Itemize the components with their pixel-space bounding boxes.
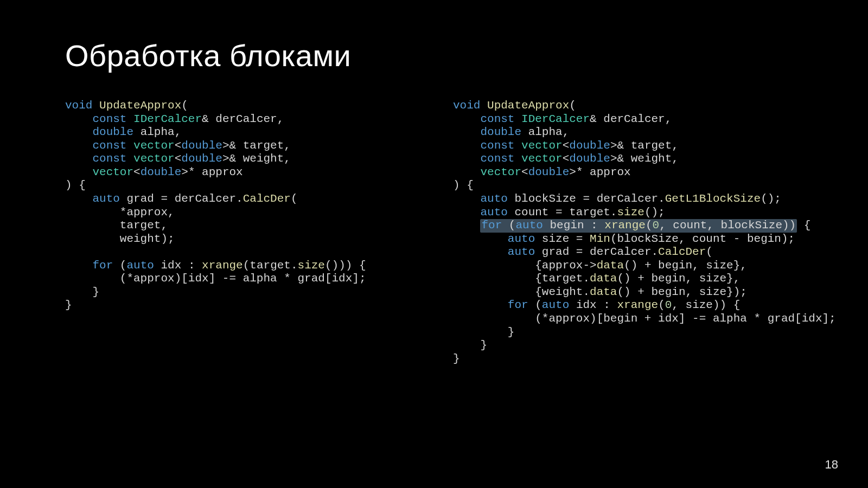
code-columns: void UpdateApprox( const IDerCalcer& der… [65,99,803,365]
highlighted-line: for (auto begin : xrange(0, count, block… [480,219,797,233]
slide: Обработка блоками void UpdateApprox( con… [0,0,868,488]
code-block-right: void UpdateApprox( const IDerCalcer& der… [453,99,803,365]
code-column-right: void UpdateApprox( const IDerCalcer& der… [453,99,803,365]
slide-title: Обработка блоками [65,38,803,73]
code-column-left: void UpdateApprox( const IDerCalcer& der… [65,99,415,365]
page-number: 18 [825,458,838,472]
code-block-left: void UpdateApprox( const IDerCalcer& der… [65,99,415,312]
